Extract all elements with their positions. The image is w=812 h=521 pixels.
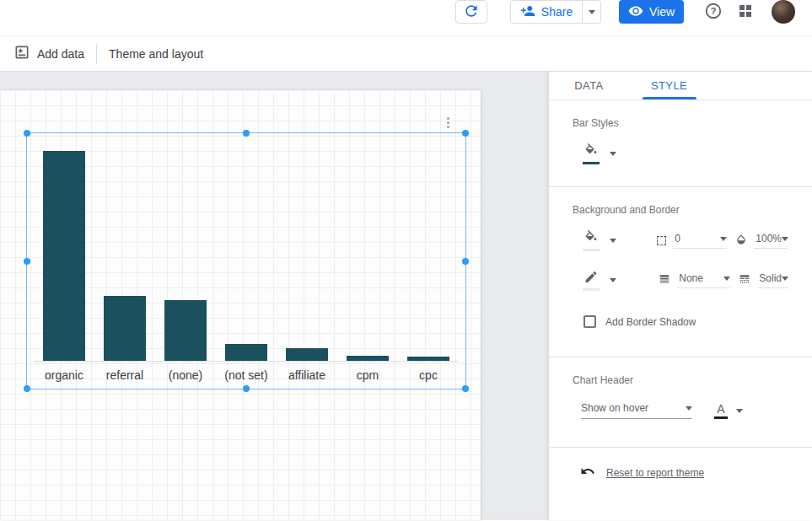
chart-options-icon[interactable] bbox=[442, 114, 454, 131]
bar-area bbox=[337, 151, 398, 362]
border-style-icon bbox=[739, 273, 750, 288]
reset-row: Reset to report theme bbox=[549, 448, 812, 482]
background-color-swatch bbox=[583, 249, 600, 251]
selection-handle-se[interactable] bbox=[462, 385, 469, 392]
bar-organic[interactable] bbox=[43, 151, 85, 361]
bar-chart[interactable]: organicreferral(none)(not set)affiliatec… bbox=[34, 151, 459, 389]
chart-column: (not set) bbox=[216, 151, 277, 389]
chevron-down-icon bbox=[720, 237, 727, 241]
border-weight-icon bbox=[659, 273, 670, 288]
chevron-down-icon bbox=[610, 152, 616, 156]
opacity-select[interactable]: 100% bbox=[754, 233, 788, 249]
bar-area bbox=[216, 151, 277, 362]
chart-column: cpm bbox=[337, 151, 398, 389]
chevron-down-icon bbox=[686, 406, 692, 411]
bar-cpm[interactable] bbox=[347, 356, 389, 361]
selection-handle-sw[interactable] bbox=[24, 385, 30, 392]
add-data-label: Add data bbox=[37, 47, 84, 61]
selection-handle-s[interactable] bbox=[243, 385, 250, 392]
bar-affiliate[interactable] bbox=[286, 348, 328, 361]
secondary-toolbar: Add data Theme and layout bbox=[0, 36, 812, 72]
section-background-border: Background and Border bbox=[549, 187, 812, 357]
person-add-icon bbox=[520, 3, 535, 21]
border-color-control[interactable] bbox=[583, 270, 659, 291]
bar-(none)[interactable] bbox=[164, 300, 207, 361]
theme-layout-button[interactable]: Theme and layout bbox=[97, 36, 215, 72]
background-color-control[interactable] bbox=[583, 230, 657, 251]
selection-handle-e[interactable] bbox=[462, 258, 469, 265]
chart-header-title: Chart Header bbox=[573, 374, 797, 386]
chevron-down-icon bbox=[782, 237, 788, 241]
chart-column: organic bbox=[34, 151, 94, 389]
bar-area bbox=[94, 151, 155, 362]
svg-text:?: ? bbox=[711, 5, 717, 15]
bar-fill-swatch bbox=[583, 162, 600, 164]
apps-grid-button[interactable] bbox=[736, 3, 755, 21]
bar-area bbox=[34, 151, 94, 362]
bar-referral[interactable] bbox=[104, 296, 146, 361]
corner-radius-select[interactable]: 0 bbox=[673, 233, 727, 249]
category-label: (none) bbox=[155, 362, 216, 389]
reset-to-report-theme-link[interactable]: Reset to report theme bbox=[606, 467, 704, 479]
category-label: cpc bbox=[398, 362, 459, 389]
border-style-value: Solid bbox=[757, 272, 782, 284]
bar-area bbox=[155, 151, 216, 362]
bar-cpc[interactable] bbox=[407, 357, 449, 361]
chart-header-visibility-select[interactable]: Show on hover bbox=[581, 402, 692, 419]
refresh-button[interactable] bbox=[455, 0, 487, 24]
corner-radius-icon bbox=[657, 236, 666, 245]
selection-handle-nw[interactable] bbox=[24, 130, 30, 137]
properties-panel: DATA STYLE Bar Styles Back bbox=[548, 72, 812, 520]
selection-handle-w[interactable] bbox=[24, 258, 30, 265]
tab-data[interactable]: DATA bbox=[549, 72, 629, 99]
border-shadow-checkbox[interactable] bbox=[583, 315, 596, 328]
category-label: referral bbox=[94, 362, 155, 389]
workspace: organicreferral(none)(not set)affiliatec… bbox=[0, 72, 812, 520]
paint-bucket-icon bbox=[583, 230, 600, 248]
tab-style[interactable]: STYLE bbox=[629, 72, 709, 99]
chart-selection[interactable]: organicreferral(none)(not set)affiliatec… bbox=[26, 132, 466, 389]
border-style-select[interactable]: Solid bbox=[757, 272, 788, 288]
category-label: affiliate bbox=[277, 362, 337, 389]
section-bar-styles: Bar Styles bbox=[549, 100, 812, 186]
add-data-button[interactable]: Add data bbox=[0, 36, 96, 72]
share-label: Share bbox=[541, 5, 573, 19]
eye-icon bbox=[628, 3, 643, 21]
section-chart-header: Chart Header Show on hover A bbox=[549, 357, 812, 447]
view-button[interactable]: View bbox=[619, 0, 684, 24]
chevron-down-icon bbox=[610, 239, 616, 243]
add-data-icon bbox=[13, 44, 30, 63]
help-button[interactable]: ? bbox=[703, 2, 723, 22]
category-label: organic bbox=[34, 362, 94, 389]
view-label: View bbox=[649, 5, 675, 19]
avatar[interactable] bbox=[772, 0, 795, 24]
selection-handle-ne[interactable] bbox=[462, 130, 469, 137]
theme-layout-label: Theme and layout bbox=[109, 47, 203, 61]
share-dropdown-button[interactable] bbox=[582, 0, 601, 24]
apps-grid-icon bbox=[738, 3, 753, 21]
font-color-icon: A bbox=[714, 403, 728, 419]
chevron-down-icon bbox=[723, 277, 730, 281]
help-icon: ? bbox=[704, 2, 723, 23]
bar-(not set)[interactable] bbox=[225, 344, 267, 361]
border-weight-select[interactable]: None bbox=[677, 272, 730, 288]
corner-radius-value: 0 bbox=[673, 233, 720, 244]
refresh-icon bbox=[463, 3, 480, 22]
border-pen-icon bbox=[583, 270, 599, 287]
selection-handle-n[interactable] bbox=[243, 130, 250, 137]
share-button[interactable]: Share bbox=[510, 0, 583, 24]
chart-header-font-color-control[interactable]: A bbox=[714, 403, 743, 419]
chart-header-visibility-value: Show on hover bbox=[581, 402, 686, 414]
bar-styles-title: Bar Styles bbox=[573, 117, 797, 129]
top-toolbar: Share View ? bbox=[0, 0, 812, 36]
undo-icon bbox=[580, 464, 595, 482]
bar-fill-color-control[interactable] bbox=[583, 143, 616, 164]
background-border-title: Background and Border bbox=[573, 204, 797, 216]
chevron-down-icon bbox=[610, 278, 616, 282]
opacity-value: 100% bbox=[754, 233, 782, 244]
bar-area bbox=[398, 151, 459, 362]
border-shadow-label: Add Border Shadow bbox=[605, 316, 696, 328]
report-canvas[interactable]: organicreferral(none)(not set)affiliatec… bbox=[0, 90, 481, 520]
category-label: cpm bbox=[337, 362, 398, 389]
paint-bucket-icon bbox=[583, 143, 600, 161]
